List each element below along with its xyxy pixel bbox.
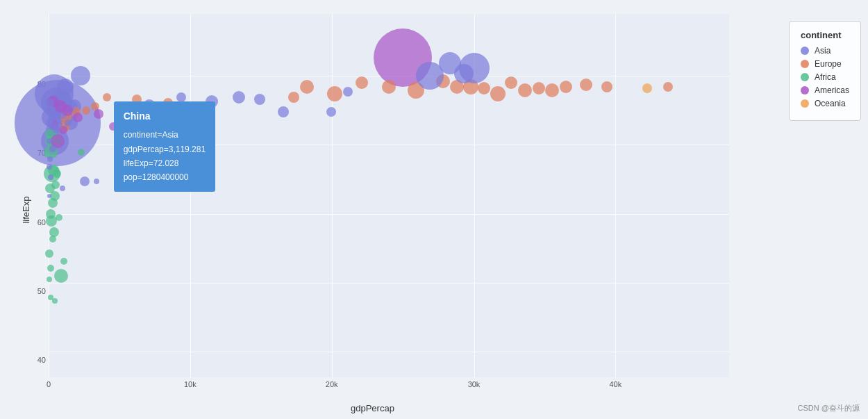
bubble[interactable] [233,91,245,104]
legend-label: Americas [815,85,849,95]
bubble[interactable] [382,80,396,94]
bubble[interactable] [560,81,572,93]
bubble[interactable] [120,159,127,166]
y-tick: 40 [37,356,46,364]
bubble[interactable] [47,194,51,198]
tooltip-lifeexp: lifeExp=72.028 [124,156,206,170]
legend-title: continent [801,30,849,40]
bubble[interactable] [53,126,60,133]
bubble[interactable] [47,138,52,144]
grid-line-h [49,214,729,215]
chart-container: lifeExp 4050607080010k20k30k40kChina con… [0,0,868,419]
bubble[interactable] [45,249,53,258]
bubble[interactable] [454,64,474,83]
bubble[interactable] [343,87,353,97]
bubble[interactable] [505,76,517,89]
grid-line-v [332,14,333,377]
bubble[interactable] [601,81,612,92]
grid-line-h [49,283,729,284]
bubble[interactable] [49,236,56,243]
bubble[interactable] [94,179,99,184]
grid-line-v [190,14,191,377]
bubble[interactable] [48,295,53,300]
bubble[interactable] [46,99,54,107]
bubble[interactable] [47,277,52,282]
x-tick: 20k [326,380,338,388]
grid-line-h [49,352,729,352]
legend-item: Africa [801,72,849,82]
bubble[interactable] [53,170,61,178]
bubble[interactable] [206,95,218,108]
bubble[interactable] [48,174,53,180]
bubble[interactable] [78,149,85,156]
bubble[interactable] [642,83,652,93]
bubble[interactable] [46,120,53,126]
legend-dot [801,47,809,55]
bubble[interactable] [153,111,162,120]
grid-line-h [49,145,729,145]
bubble[interactable] [545,83,559,97]
tooltip-title: China [124,108,206,125]
y-tick: 50 [37,287,46,295]
bubble[interactable] [54,269,68,283]
bubble[interactable] [254,94,265,105]
bubble[interactable] [56,214,62,221]
legend: continent Asia Europe Africa Americas Oc… [789,21,861,121]
watermark: CSDN @奋斗的源 [798,403,860,413]
tooltip-continent: continent=Asia [124,128,206,142]
bubble[interactable] [327,86,342,101]
bubble[interactable] [47,156,53,162]
bubble[interactable] [65,120,72,126]
bubble[interactable] [47,164,52,170]
legend-dot [801,86,809,95]
bubble[interactable] [278,106,289,117]
legend-dot [801,99,809,108]
legend-label: Europe [815,59,842,69]
bubble[interactable] [326,107,336,117]
grid-line-v [615,14,616,377]
chart-area: 4050607080010k20k30k40kChina continent=A… [49,14,729,377]
legend-item: Oceania [801,99,849,108]
bubble[interactable] [300,80,314,94]
bubble[interactable] [176,92,186,102]
bubble[interactable] [288,92,299,103]
legend-item: Europe [801,59,849,69]
x-tick: 0 [47,380,51,388]
bubble[interactable] [109,122,117,131]
bubble[interactable] [580,79,592,91]
bubble[interactable] [94,109,103,119]
bubble[interactable] [144,99,155,110]
legend-item: Asia [801,46,849,56]
bubble[interactable] [60,186,65,191]
bubble[interactable] [356,76,368,89]
legend-label: Africa [815,72,836,82]
bubble[interactable] [51,181,60,189]
bubble[interactable] [103,93,111,101]
x-tick: 10k [184,380,197,388]
bubble[interactable] [82,106,90,115]
bubble[interactable] [533,82,545,95]
bubble[interactable] [80,176,90,186]
bubble[interactable] [490,86,506,101]
bubble[interactable] [478,82,490,95]
bubble[interactable] [48,198,58,208]
tooltip-pop: pop=1280400000 [124,170,206,184]
bubble[interactable] [132,95,142,104]
x-tick: 40k [609,380,621,388]
bubble[interactable] [663,82,673,92]
bubble[interactable] [71,66,90,85]
bubble[interactable] [47,265,54,272]
y-tick: 60 [37,218,46,227]
legend-dot [801,60,809,68]
bubble[interactable] [49,145,56,152]
bubble[interactable] [518,83,532,97]
x-tick: 30k [468,380,481,388]
bubble[interactable] [73,113,83,122]
legend-dot [801,73,809,81]
y-axis-label: lifeExp [21,196,31,223]
legend-label: Asia [815,46,831,56]
legend-label: Oceania [815,99,846,108]
x-axis-label: gdpPercap [351,403,394,413]
bubble[interactable] [60,258,67,265]
bubble[interactable] [163,98,173,108]
